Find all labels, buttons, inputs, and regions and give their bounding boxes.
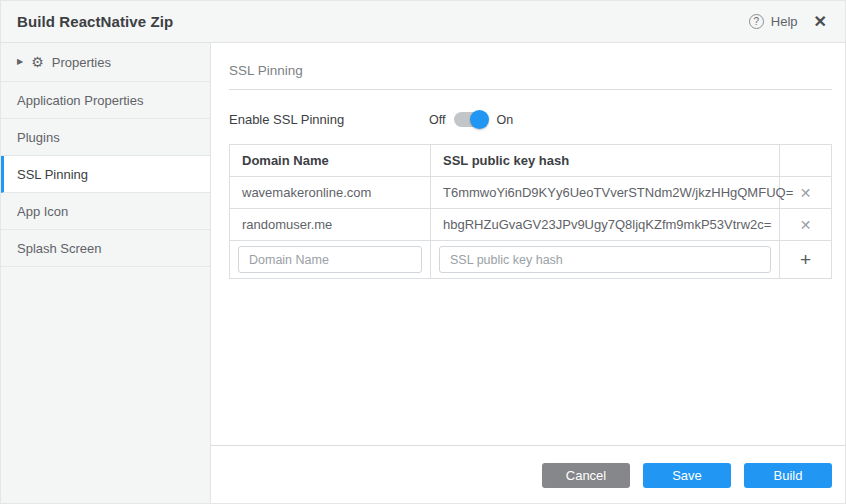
help-icon: ? — [749, 14, 764, 29]
column-header-hash: SSL public key hash — [431, 145, 780, 177]
titlebar: Build ReactNative Zip ? Help ✕ — [1, 1, 845, 43]
enable-ssl-pinning-label: Enable SSL Pinning — [229, 112, 429, 127]
close-icon[interactable]: ✕ — [814, 14, 827, 30]
add-row-icon[interactable]: + — [800, 250, 811, 269]
sidebar-item-ssl-pinning[interactable]: SSL Pinning — [1, 156, 210, 193]
section-divider — [229, 89, 832, 90]
table-header-row: Domain Name SSL public key hash — [230, 145, 832, 177]
sidebar-item-application-properties[interactable]: Application Properties — [1, 82, 210, 119]
table-row: randomuser.me hbgRHZuGvaGV23JPv9Ugy7Q8lj… — [230, 209, 832, 241]
sidebar-item-app-icon[interactable]: App Icon — [1, 193, 210, 230]
toggle-on-label: On — [496, 113, 513, 127]
domain-cell: wavemakeronline.com — [230, 177, 431, 209]
delete-row-icon[interactable]: ✕ — [800, 217, 812, 233]
build-button[interactable]: Build — [744, 463, 832, 488]
domain-cell: randomuser.me — [230, 209, 431, 241]
enable-ssl-pinning-row: Enable SSL Pinning Off On — [229, 112, 832, 127]
sidebar-item-splash-screen[interactable]: Splash Screen — [1, 230, 210, 267]
sidebar-item-label: Plugins — [17, 130, 60, 145]
domain-name-input[interactable] — [238, 246, 422, 273]
ssl-pinning-table: Domain Name SSL public key hash wavemake… — [229, 144, 832, 279]
sidebar: ▶ ⚙ Properties Application Properties Pl… — [1, 43, 211, 504]
toggle-knob — [470, 110, 489, 129]
caret-right-icon[interactable]: ▶ — [17, 58, 23, 66]
table-row: wavemakeronline.com T6mmwoYi6nD9KYy6UeoT… — [230, 177, 832, 209]
toggle-off-label: Off — [429, 113, 445, 127]
new-entry-row: + — [230, 241, 832, 279]
cancel-button[interactable]: Cancel — [542, 463, 630, 488]
column-header-actions — [780, 145, 832, 177]
help-label: Help — [771, 14, 798, 29]
dialog-footer: Cancel Save Build — [211, 445, 846, 504]
delete-row-icon[interactable]: ✕ — [800, 185, 812, 201]
column-header-domain: Domain Name — [230, 145, 431, 177]
gear-icon: ⚙ — [31, 55, 44, 69]
ssl-public-key-hash-input[interactable] — [439, 246, 771, 273]
section-title: SSL Pinning — [229, 63, 832, 78]
sidebar-item-properties[interactable]: ▶ ⚙ Properties — [1, 43, 210, 82]
help-button[interactable]: ? Help — [749, 14, 798, 29]
dialog-title: Build ReactNative Zip — [17, 13, 173, 30]
ssl-pinning-toggle[interactable] — [454, 112, 487, 127]
save-button[interactable]: Save — [643, 463, 731, 488]
hash-cell: T6mmwoYi6nD9KYy6UeoTVverSTNdm2W/jkzHHgQM… — [431, 177, 780, 209]
sidebar-item-label: Application Properties — [17, 93, 143, 108]
hash-cell: hbgRHZuGvaGV23JPv9Ugy7Q8ljqKZfm9mkP53Vtr… — [431, 209, 780, 241]
sidebar-item-label: Properties — [52, 55, 111, 70]
sidebar-item-label: App Icon — [17, 204, 68, 219]
sidebar-item-label: Splash Screen — [17, 241, 102, 256]
build-reactnative-zip-dialog: Build ReactNative Zip ? Help ✕ ▶ ⚙ Prope… — [0, 0, 846, 504]
content-panel: SSL Pinning Enable SSL Pinning Off On — [211, 43, 846, 504]
sidebar-item-plugins[interactable]: Plugins — [1, 119, 210, 156]
sidebar-item-label: SSL Pinning — [17, 167, 88, 182]
